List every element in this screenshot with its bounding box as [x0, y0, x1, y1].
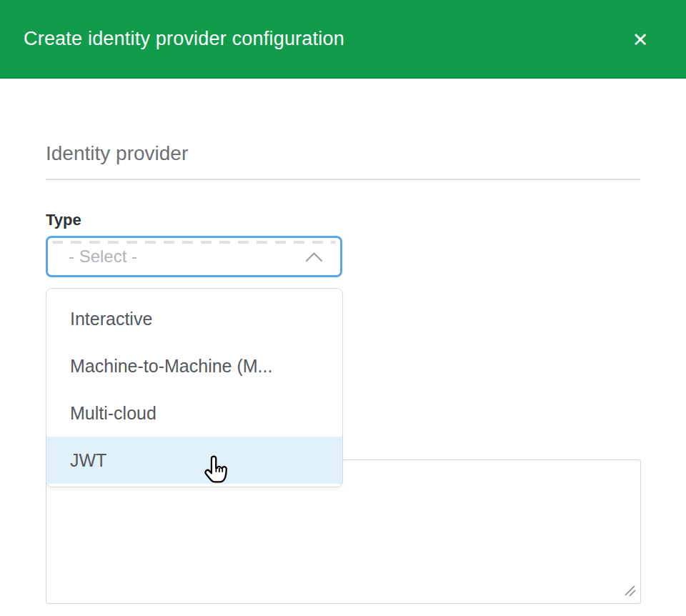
modal-header: Create identity provider configuration ✕: [0, 0, 686, 79]
type-field-label: Type: [46, 211, 81, 229]
section-divider: [46, 179, 640, 180]
dropdown-option-interactive[interactable]: Interactive: [46, 295, 342, 342]
dropdown-option-machine-to-machine[interactable]: Machine-to-Machine (M...: [46, 342, 342, 389]
section-heading: Identity provider: [46, 142, 188, 165]
dropdown-option-multi-cloud[interactable]: Multi-cloud: [46, 389, 342, 437]
select-top-dashes: [52, 241, 336, 244]
dropdown-option-jwt[interactable]: JWT: [46, 437, 342, 484]
create-identity-provider-modal: Create identity provider configuration ✕…: [0, 0, 686, 616]
select-placeholder: - Select -: [69, 247, 305, 267]
page-title: Create identity provider configuration: [24, 0, 344, 77]
close-icon: ✕: [632, 31, 649, 50]
chevron-up-icon: [305, 252, 323, 262]
type-dropdown-list: Interactive Machine-to-Machine (M... Mul…: [46, 288, 343, 487]
close-button[interactable]: ✕: [625, 24, 656, 56]
type-select[interactable]: - Select -: [46, 236, 342, 277]
textarea-resize-handle-icon[interactable]: [624, 585, 638, 599]
